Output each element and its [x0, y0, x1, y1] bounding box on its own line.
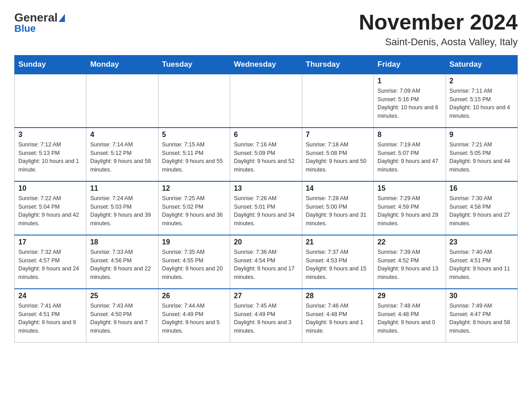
- logo-triangle-icon: [59, 14, 65, 22]
- day-info: Sunrise: 7:14 AMSunset: 5:12 PMDaylight:…: [90, 141, 154, 174]
- calendar-cell: [86, 74, 158, 128]
- calendar-cell: 1Sunrise: 7:09 AMSunset: 5:16 PMDaylight…: [374, 74, 446, 128]
- calendar-cell: 20Sunrise: 7:36 AMSunset: 4:54 PMDayligh…: [230, 235, 302, 289]
- day-info: Sunrise: 7:32 AMSunset: 4:57 PMDaylight:…: [18, 248, 82, 282]
- day-number: 16: [450, 184, 514, 193]
- calendar-cell: 9Sunrise: 7:21 AMSunset: 5:05 PMDaylight…: [446, 128, 517, 181]
- calendar-cell: 13Sunrise: 7:26 AMSunset: 5:01 PMDayligh…: [230, 181, 302, 235]
- calendar-cell: 11Sunrise: 7:24 AMSunset: 5:03 PMDayligh…: [86, 181, 158, 235]
- calendar-cell: 17Sunrise: 7:32 AMSunset: 4:57 PMDayligh…: [15, 235, 86, 289]
- day-number: 26: [162, 292, 226, 300]
- day-number: 22: [378, 238, 442, 246]
- day-info: Sunrise: 7:09 AMSunset: 5:16 PMDaylight:…: [378, 87, 442, 120]
- calendar-cell: [15, 74, 86, 128]
- location-title: Saint-Denis, Aosta Valley, Italy: [359, 36, 518, 48]
- day-info: Sunrise: 7:12 AMSunset: 5:13 PMDaylight:…: [18, 141, 82, 174]
- calendar-header-row: SundayMondayTuesdayWednesdayThursdayFrid…: [15, 55, 518, 74]
- day-info: Sunrise: 7:15 AMSunset: 5:11 PMDaylight:…: [162, 141, 226, 174]
- day-number: 25: [90, 292, 154, 300]
- calendar-week-2: 3Sunrise: 7:12 AMSunset: 5:13 PMDaylight…: [15, 128, 518, 181]
- day-number: 5: [162, 131, 226, 139]
- day-number: 3: [18, 131, 82, 139]
- calendar-header-sunday: Sunday: [15, 55, 86, 74]
- calendar-cell: 2Sunrise: 7:11 AMSunset: 5:15 PMDaylight…: [446, 74, 517, 128]
- calendar-cell: 25Sunrise: 7:43 AMSunset: 4:50 PMDayligh…: [86, 289, 158, 342]
- day-number: 13: [234, 184, 298, 193]
- calendar-header-monday: Monday: [86, 55, 158, 74]
- day-info: Sunrise: 7:11 AMSunset: 5:15 PMDaylight:…: [450, 87, 514, 120]
- day-number: 10: [18, 184, 82, 193]
- calendar-cell: 14Sunrise: 7:28 AMSunset: 5:00 PMDayligh…: [302, 181, 373, 235]
- calendar-week-4: 17Sunrise: 7:32 AMSunset: 4:57 PMDayligh…: [15, 235, 518, 289]
- day-number: 4: [90, 131, 154, 139]
- day-number: 15: [378, 184, 442, 193]
- day-number: 6: [234, 131, 298, 139]
- calendar-week-3: 10Sunrise: 7:22 AMSunset: 5:04 PMDayligh…: [15, 181, 518, 235]
- day-number: 21: [306, 238, 370, 246]
- day-info: Sunrise: 7:30 AMSunset: 4:58 PMDaylight:…: [450, 194, 514, 228]
- calendar-cell: 28Sunrise: 7:46 AMSunset: 4:48 PMDayligh…: [302, 289, 373, 342]
- day-info: Sunrise: 7:26 AMSunset: 5:01 PMDaylight:…: [234, 194, 298, 228]
- calendar-cell: 6Sunrise: 7:16 AMSunset: 5:09 PMDaylight…: [230, 128, 302, 181]
- calendar-cell: 29Sunrise: 7:48 AMSunset: 4:48 PMDayligh…: [374, 289, 446, 342]
- calendar-cell: 18Sunrise: 7:33 AMSunset: 4:56 PMDayligh…: [86, 235, 158, 289]
- calendar-table: SundayMondayTuesdayWednesdayThursdayFrid…: [14, 55, 518, 343]
- page-header: General Blue November 2024 Saint-Denis, …: [14, 11, 518, 48]
- day-info: Sunrise: 7:18 AMSunset: 5:08 PMDaylight:…: [306, 141, 370, 174]
- day-number: 19: [162, 238, 226, 246]
- day-info: Sunrise: 7:29 AMSunset: 4:59 PMDaylight:…: [378, 194, 442, 228]
- logo-blue-text: Blue: [14, 23, 65, 34]
- day-info: Sunrise: 7:41 AMSunset: 4:51 PMDaylight:…: [18, 302, 82, 335]
- calendar-header-tuesday: Tuesday: [158, 55, 230, 74]
- day-info: Sunrise: 7:43 AMSunset: 4:50 PMDaylight:…: [90, 302, 154, 335]
- calendar-cell: 7Sunrise: 7:18 AMSunset: 5:08 PMDaylight…: [302, 128, 373, 181]
- day-number: 27: [234, 292, 298, 300]
- day-number: 20: [234, 238, 298, 246]
- calendar-cell: 23Sunrise: 7:40 AMSunset: 4:51 PMDayligh…: [446, 235, 517, 289]
- day-number: 24: [18, 292, 82, 300]
- title-block: November 2024 Saint-Denis, Aosta Valley,…: [359, 11, 518, 48]
- day-number: 14: [306, 184, 370, 193]
- calendar-header-saturday: Saturday: [446, 55, 517, 74]
- day-info: Sunrise: 7:33 AMSunset: 4:56 PMDaylight:…: [90, 248, 154, 282]
- calendar-cell: 8Sunrise: 7:19 AMSunset: 5:07 PMDaylight…: [374, 128, 446, 181]
- day-info: Sunrise: 7:44 AMSunset: 4:49 PMDaylight:…: [162, 302, 226, 335]
- calendar-cell: 30Sunrise: 7:49 AMSunset: 4:47 PMDayligh…: [446, 289, 517, 342]
- calendar-week-5: 24Sunrise: 7:41 AMSunset: 4:51 PMDayligh…: [15, 289, 518, 342]
- day-number: 23: [450, 238, 514, 246]
- day-number: 30: [450, 292, 514, 300]
- calendar-header-thursday: Thursday: [302, 55, 373, 74]
- day-number: 17: [18, 238, 82, 246]
- day-number: 1: [378, 77, 442, 85]
- day-number: 9: [450, 131, 514, 139]
- day-info: Sunrise: 7:48 AMSunset: 4:48 PMDaylight:…: [378, 302, 442, 335]
- calendar-cell: 10Sunrise: 7:22 AMSunset: 5:04 PMDayligh…: [15, 181, 86, 235]
- calendar-cell: [158, 74, 230, 128]
- day-number: 29: [378, 292, 442, 300]
- calendar-header-friday: Friday: [374, 55, 446, 74]
- calendar-cell: 27Sunrise: 7:45 AMSunset: 4:49 PMDayligh…: [230, 289, 302, 342]
- day-info: Sunrise: 7:45 AMSunset: 4:49 PMDaylight:…: [234, 302, 298, 335]
- day-info: Sunrise: 7:40 AMSunset: 4:51 PMDaylight:…: [450, 248, 514, 282]
- day-number: 2: [450, 77, 514, 85]
- calendar-cell: [230, 74, 302, 128]
- day-number: 28: [306, 292, 370, 300]
- day-info: Sunrise: 7:19 AMSunset: 5:07 PMDaylight:…: [378, 141, 442, 174]
- calendar-cell: 26Sunrise: 7:44 AMSunset: 4:49 PMDayligh…: [158, 289, 230, 342]
- day-info: Sunrise: 7:37 AMSunset: 4:53 PMDaylight:…: [306, 248, 370, 282]
- day-info: Sunrise: 7:46 AMSunset: 4:48 PMDaylight:…: [306, 302, 370, 335]
- calendar-cell: 4Sunrise: 7:14 AMSunset: 5:12 PMDaylight…: [86, 128, 158, 181]
- calendar-cell: 5Sunrise: 7:15 AMSunset: 5:11 PMDaylight…: [158, 128, 230, 181]
- day-number: 12: [162, 184, 226, 193]
- calendar-cell: [302, 74, 373, 128]
- day-number: 11: [90, 184, 154, 193]
- day-info: Sunrise: 7:28 AMSunset: 5:00 PMDaylight:…: [306, 194, 370, 228]
- day-info: Sunrise: 7:35 AMSunset: 4:55 PMDaylight:…: [162, 248, 226, 282]
- day-info: Sunrise: 7:36 AMSunset: 4:54 PMDaylight:…: [234, 248, 298, 282]
- calendar-cell: 19Sunrise: 7:35 AMSunset: 4:55 PMDayligh…: [158, 235, 230, 289]
- calendar-cell: 12Sunrise: 7:25 AMSunset: 5:02 PMDayligh…: [158, 181, 230, 235]
- logo: General Blue: [14, 11, 65, 34]
- day-number: 8: [378, 131, 442, 139]
- day-info: Sunrise: 7:49 AMSunset: 4:47 PMDaylight:…: [450, 302, 514, 335]
- calendar-cell: 16Sunrise: 7:30 AMSunset: 4:58 PMDayligh…: [446, 181, 517, 235]
